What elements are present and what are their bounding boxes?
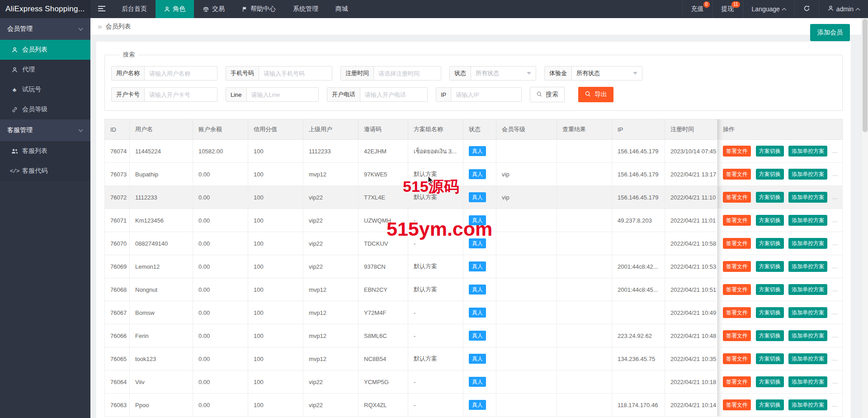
plan-switch-button[interactable]: 方案切换 [756,215,784,226]
more-actions-button[interactable]: ... [832,240,838,247]
nav-item-dashboard[interactable]: 后台首页 [113,0,156,18]
sign-file-button[interactable]: 签署文件 [723,169,751,180]
more-actions-button[interactable]: ... [832,402,838,408]
admin-user-dropdown[interactable]: admin [819,0,868,18]
plan-switch-button[interactable]: 方案切换 [756,399,784,410]
sign-file-button[interactable]: 签署文件 [723,215,751,226]
more-actions-button[interactable]: ... [832,194,838,200]
add-single-control-plan-button[interactable]: 添加单控方案 [788,215,827,226]
add-single-control-plan-button[interactable]: 添加单控方案 [788,376,827,387]
more-actions-button[interactable]: ... [832,263,838,270]
sign-file-button[interactable]: 签署文件 [723,376,751,387]
nav-item-roles[interactable]: 角色 [156,0,194,18]
search-row-1: 用户名称 手机号码 注册时间 状态 所有状态 [111,66,836,81]
add-member-button[interactable]: 添加会员 [810,24,850,41]
plan-switch-button[interactable]: 方案切换 [756,307,784,318]
add-single-control-plan-button[interactable]: 添加单控方案 [788,307,827,318]
more-actions-button[interactable]: ... [832,148,838,154]
cell-balance: 0.00 [193,163,248,186]
cell-actions: 签署文件 方案切换 添加单控方案 ... [717,255,843,278]
page-title: 会员列表 [105,23,131,31]
more-actions-button[interactable]: ... [832,332,838,339]
refresh-button[interactable] [794,0,819,18]
recharge-label: 充值 [691,5,704,13]
cell-id: 76064 [105,370,130,394]
plan-switch-button[interactable]: 方案切换 [756,353,784,364]
ip-input[interactable] [451,88,521,101]
more-actions-button[interactable]: ... [832,286,838,293]
phone-input[interactable] [259,66,332,80]
cell-dup-check [557,278,612,301]
sign-file-button[interactable]: 签署文件 [723,284,751,295]
add-single-control-plan-button[interactable]: 添加单控方案 [788,169,827,180]
bank-card-input[interactable] [145,88,217,101]
register-time-input[interactable] [374,66,441,80]
add-single-control-plan-button[interactable]: 添加单控方案 [788,353,827,364]
sidebar-item-member-list[interactable]: 会员列表 [0,40,90,60]
table-row: 76064 Viiv 0.00 100 vip22 YCMP5G - 真人 20… [105,370,843,394]
add-single-control-plan-button[interactable]: 添加单控方案 [788,284,827,295]
sign-file-button[interactable]: 签署文件 [723,146,751,157]
plan-switch-button[interactable]: 方案切换 [756,192,784,203]
plan-switch-button[interactable]: 方案切换 [756,238,784,249]
more-actions-button[interactable]: ... [832,379,838,385]
cell-credit: 100 [248,394,303,417]
cell-dup-check [557,394,612,417]
sidebar-item-service-code[interactable]: </> 客服代码 [0,161,90,181]
plan-switch-button[interactable]: 方案切换 [756,376,784,387]
more-actions-button[interactable]: ... [832,217,838,223]
plan-switch-button[interactable]: 方案切换 [756,284,784,295]
status-select[interactable]: 所有状态 [471,66,536,80]
sign-file-button[interactable]: 签署文件 [723,330,751,341]
scrollbar-thumb[interactable] [863,19,868,132]
group-label: 客服管理 [7,126,33,134]
sign-file-button[interactable]: 签署文件 [723,261,751,272]
sign-file-button[interactable]: 签署文件 [723,399,751,410]
table-row: 76063 Ppoo 0.00 100 vip22 RQX4ZL - 真人 11… [105,394,843,417]
user-icon [828,5,834,13]
line-input[interactable] [247,88,318,101]
account-phone-input[interactable] [360,88,427,101]
add-single-control-plan-button[interactable]: 添加单控方案 [788,146,827,157]
sidebar-group-service-management[interactable]: 客服管理 [0,119,90,141]
trial-money-select[interactable]: 所有状态 [572,66,642,80]
add-single-control-plan-button[interactable]: 添加单控方案 [788,399,827,410]
search-button[interactable]: 搜索 [530,87,565,102]
col-header-credit: 信用分值 [248,119,303,140]
more-actions-button[interactable]: ... [832,309,838,316]
sign-file-button[interactable]: 签署文件 [723,353,751,364]
plan-switch-button[interactable]: 方案切换 [756,261,784,272]
sign-file-button[interactable]: 签署文件 [723,238,751,249]
withdraw-button[interactable]: 提现 11 [712,0,743,18]
recharge-button[interactable]: 充值 0 [682,0,712,18]
plan-switch-button[interactable]: 方案切换 [756,330,784,341]
cell-level [496,324,557,347]
sidebar-group-member-management[interactable]: 会员管理 [0,18,90,40]
plan-switch-button[interactable]: 方案切换 [756,146,784,157]
more-actions-button[interactable]: ... [832,171,838,177]
sidebar-item-service-list[interactable]: 客服列表 [0,141,90,161]
sign-file-button[interactable]: 签署文件 [723,192,751,203]
nav-item-help-center[interactable]: 帮助中心 [233,0,284,18]
cell-credit: 100 [248,163,303,186]
nav-item-trade[interactable]: 交易 [194,0,233,18]
sidebar-item-trial-account[interactable]: ♣ 试玩号 [0,80,90,100]
language-dropdown[interactable]: Language [743,0,794,18]
add-single-control-plan-button[interactable]: 添加单控方案 [788,330,827,341]
add-single-control-plan-button[interactable]: 添加单控方案 [788,192,827,203]
sidebar-item-agent[interactable]: 代理 [0,60,90,80]
more-actions-button[interactable]: ... [832,356,838,362]
nav-label: 交易 [212,5,225,13]
sidebar-item-member-level[interactable]: 会员等级 [0,100,90,119]
nav-item-mall[interactable]: 商城 [327,0,357,18]
cell-status: 真人 [463,370,496,394]
username-input[interactable] [145,66,217,80]
plan-switch-button[interactable]: 方案切换 [756,169,784,180]
sign-file-button[interactable]: 签署文件 [723,307,751,318]
scrollbar[interactable] [861,18,868,418]
sidebar-toggle-button[interactable] [90,0,113,18]
nav-item-system[interactable]: 系统管理 [284,0,327,18]
export-button[interactable]: 导出 [578,87,613,102]
add-single-control-plan-button[interactable]: 添加单控方案 [788,261,827,272]
add-single-control-plan-button[interactable]: 添加单控方案 [788,238,827,249]
